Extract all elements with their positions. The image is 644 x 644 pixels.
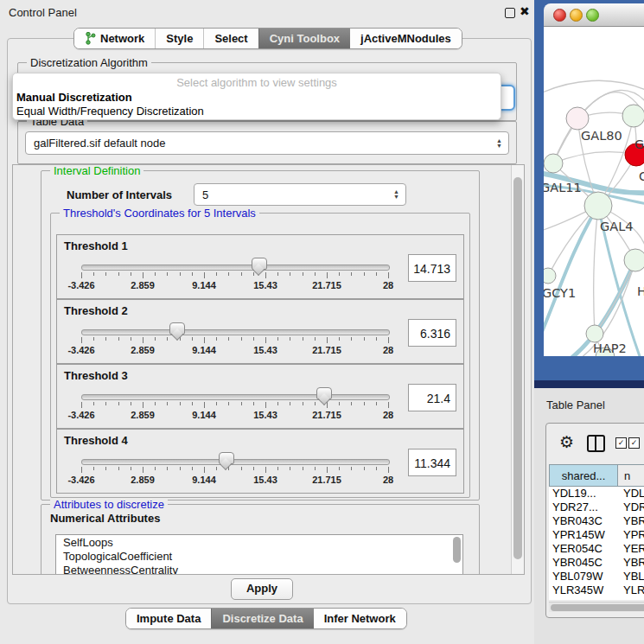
slider-tick-label: 21.715 <box>312 475 341 485</box>
table-row[interactable]: YDR27...YDR2 <box>549 501 644 514</box>
slider-tick <box>376 337 377 341</box>
close-traffic-light[interactable] <box>553 9 566 22</box>
table-row[interactable]: YLR345WYLR3 <box>549 583 644 597</box>
table-row[interactable]: YPR145WYPR1 <box>549 528 644 542</box>
slider-track[interactable] <box>81 459 390 465</box>
vertical-scrollbar-thumb[interactable] <box>513 177 522 559</box>
vertical-scrollbar-track[interactable] <box>511 165 525 574</box>
slider-tick <box>180 467 181 470</box>
close-icon[interactable]: ✖ <box>520 4 530 18</box>
node-label: GAL4 <box>600 220 633 233</box>
slider-tick <box>303 272 303 276</box>
float-window-icon[interactable] <box>505 8 515 18</box>
slider-tick-label: 15.43 <box>253 280 277 290</box>
checkbox-icon[interactable]: ✓ <box>628 437 640 449</box>
table-row[interactable]: YDL19...YDL1 <box>549 487 644 501</box>
list-scrollbar[interactable] <box>453 537 461 563</box>
network-node[interactable] <box>544 154 563 173</box>
network-edge[interactable] <box>553 152 636 163</box>
window-title: Control Panel <box>9 6 77 19</box>
attributes-group-title: Attributes to discretize <box>50 498 168 511</box>
slider-tick <box>167 402 168 405</box>
threshold-panel: Threshold 2-3.4262.8599.14415.4321.71528… <box>56 299 464 364</box>
tab-impute-data[interactable]: Impute Data <box>126 609 211 628</box>
threshold-label: Threshold 2 <box>64 304 128 317</box>
tab-discretize-data[interactable]: Discretize Data <box>211 609 313 628</box>
slider-track[interactable] <box>81 265 390 271</box>
slider-tick <box>376 467 377 470</box>
number-of-intervals-value: 5 <box>202 188 208 201</box>
slider-thumb[interactable] <box>169 322 185 335</box>
list-item[interactable]: BetweennessCentrality <box>56 563 462 575</box>
threshold-value-field[interactable]: 14.713 <box>408 254 456 282</box>
slider-tick <box>143 402 143 408</box>
slider-tick <box>93 272 94 276</box>
column-header-name[interactable]: n <box>617 464 644 487</box>
checkbox-icon[interactable]: ✓ <box>615 437 627 449</box>
table-data-combobox[interactable]: galFiltered.sif default node ▲▼ <box>25 131 509 155</box>
slider-tick <box>81 272 82 278</box>
zoom-traffic-light[interactable] <box>586 9 599 22</box>
network-window-titlebar[interactable] <box>544 3 644 27</box>
network-node[interactable] <box>586 325 603 342</box>
slider-tick <box>105 272 106 276</box>
slider-tick <box>192 402 193 405</box>
slider-thumb[interactable] <box>252 258 267 270</box>
list-item[interactable]: SelfLoops <box>56 535 462 549</box>
table-row[interactable]: YBL079WYBL0 <box>549 570 644 583</box>
tab-infer-network[interactable]: Infer Network <box>314 609 406 628</box>
slider-tick <box>93 402 94 405</box>
slider-tick <box>131 337 131 341</box>
horizontal-scrollbar-track[interactable] <box>549 602 644 612</box>
network-node[interactable] <box>566 107 589 130</box>
column-header-shared[interactable]: shared... <box>549 464 618 487</box>
slider-thumb[interactable] <box>219 452 234 464</box>
popup-item-manual-discretization[interactable]: Manual Discretization <box>16 91 132 104</box>
slider-tick <box>118 337 119 341</box>
threshold-value-field[interactable]: 21.4 <box>408 384 456 411</box>
network-node[interactable] <box>622 105 644 127</box>
gear-icon[interactable]: ⚙ <box>559 432 574 452</box>
list-item[interactable]: TopologicalCoefficient <box>56 549 462 563</box>
apply-button[interactable]: Apply <box>231 578 293 600</box>
slider-track[interactable] <box>81 394 390 400</box>
network-node[interactable] <box>544 268 556 284</box>
network-node[interactable] <box>624 249 644 271</box>
network-edge[interactable] <box>544 80 644 96</box>
cell-shared-name: YBR043C <box>549 514 618 528</box>
cell-name: YDL1 <box>618 487 644 501</box>
slider-tick <box>290 467 290 470</box>
table-row[interactable]: YBR045CYBR0 <box>549 556 644 570</box>
number-of-intervals-combobox[interactable]: 5 ▲▼ <box>194 183 406 206</box>
column-layout-icon[interactable] <box>587 435 605 452</box>
table-row[interactable]: YIL052CYIL0 <box>549 597 644 600</box>
threshold-value-field[interactable]: 11.344 <box>408 449 456 476</box>
slider-tick <box>277 402 278 405</box>
popup-item-equal-width-frequency[interactable]: Equal Width/Frequency Discretization <box>16 105 204 118</box>
horizontal-scrollbar-thumb[interactable] <box>551 604 644 611</box>
slider-tick-label: 2.859 <box>131 280 155 290</box>
tab-select[interactable]: Select <box>203 29 258 48</box>
table-data-value: galFiltered.sif default node <box>34 137 165 150</box>
slider-tick <box>216 272 217 276</box>
network-edge[interactable] <box>594 206 598 334</box>
slider-tick <box>155 467 156 470</box>
minimize-traffic-light[interactable] <box>570 9 583 22</box>
tab-network[interactable]: Network <box>74 29 155 48</box>
slider-tick-label: 9.144 <box>192 345 216 355</box>
slider-track[interactable] <box>81 329 390 335</box>
table-row[interactable]: YBR043CYBR0 <box>549 514 644 528</box>
threshold-value-field[interactable]: 6.316 <box>408 319 456 347</box>
slider-thumb[interactable] <box>316 387 332 399</box>
network-node[interactable] <box>584 192 612 220</box>
tab-cyni-toolbox[interactable]: Cyni Toolbox <box>258 29 350 48</box>
slider-tick <box>327 402 328 408</box>
slider-tick <box>265 467 266 473</box>
tab-jactivemnodules[interactable]: jActiveMNodules <box>350 29 462 48</box>
slider-tick <box>277 272 278 276</box>
table-panel: ⚙ ✓ ✓ shared... n YDL19...YDL1YDR27...YD… <box>545 423 644 618</box>
slider-tick-label: 21.715 <box>312 345 341 355</box>
network-canvas[interactable]: GAL80GACGAL11GAL4GCY1HHAP2 <box>544 27 644 356</box>
tab-style[interactable]: Style <box>155 29 203 48</box>
table-row[interactable]: YER054CYER0 <box>549 542 644 556</box>
